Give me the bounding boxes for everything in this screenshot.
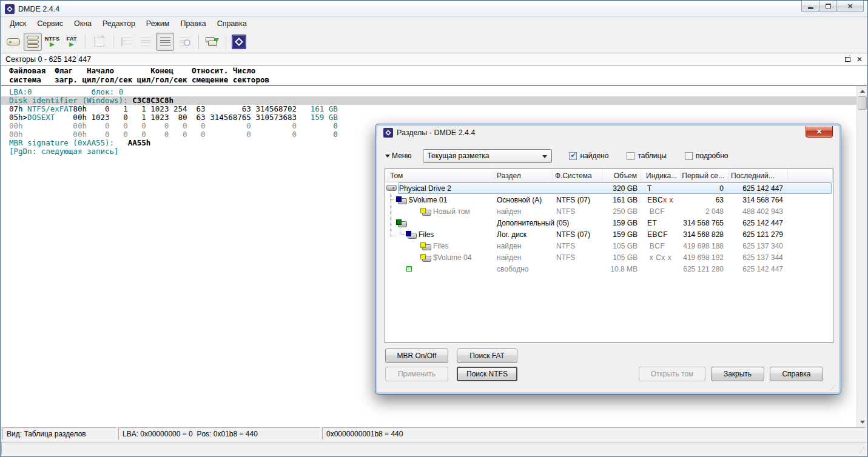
menu-mode[interactable]: Режим	[141, 18, 175, 29]
menu-disk[interactable]: Диск	[4, 18, 32, 29]
mbr-onoff-button[interactable]: MBR On/Off	[385, 349, 448, 363]
menu-windows[interactable]: Окна	[69, 18, 97, 29]
mdi-maximize-icon[interactable]	[845, 57, 850, 62]
arrow-down-icon	[860, 421, 865, 424]
partition-row[interactable]: Дополнительный(05)159 GBET314 568 765625…	[385, 217, 833, 228]
menu-service[interactable]: Сервис	[32, 18, 69, 29]
scroll-down-button[interactable]	[857, 417, 867, 427]
mdi-controls: ✕	[845, 56, 863, 63]
dialog-checkbox[interactable]: подробно	[685, 152, 728, 160]
column-first-sector[interactable]: Первый се...	[681, 169, 728, 182]
resize-grip[interactable]: ⋰	[859, 447, 865, 453]
close-button[interactable]: ✕	[836, 1, 864, 12]
about-dmde-button[interactable]	[230, 33, 248, 51]
window-title: DMDE 2.4.4	[18, 5, 59, 13]
mdi-close-icon[interactable]: ✕	[856, 56, 863, 63]
hex-text-segment: 0	[297, 130, 338, 139]
column-partition[interactable]: Раздел	[494, 169, 553, 182]
menu-help[interactable]: Справка	[212, 18, 252, 29]
scrollbar-thumb[interactable]	[858, 96, 867, 110]
partitions-dialog: Разделы - DMDE 2.4.4 ✕ Меню Текущая разм…	[375, 124, 841, 395]
checkbox-icon	[685, 152, 693, 160]
search-fat-button[interactable]: Поиск FAT	[457, 349, 517, 363]
menu-editor[interactable]: Редактор	[97, 18, 141, 29]
partition-row[interactable]: FilesнайденNTFS105 GB BCF419 698 188625 …	[385, 240, 833, 252]
scroll-up-button[interactable]	[857, 86, 867, 96]
table-view-button[interactable]	[156, 33, 174, 51]
apply-button: Применить	[385, 367, 448, 381]
disk-stack-icon	[27, 36, 39, 48]
indicators-cell: BCF	[641, 205, 681, 217]
hex-text-segment: NTFS/exFAT	[27, 104, 73, 113]
main-window: DMDE 2.4.4 ✕ Диск Сервис Окна Редактор Р…	[0, 0, 868, 457]
hex-text-segment: блок: 0	[91, 87, 123, 96]
search-ntfs-button[interactable]: NTFS ▶	[43, 33, 61, 51]
magnifier-icon	[180, 38, 190, 46]
column-filesystem[interactable]: Ф.Система	[553, 169, 602, 182]
free-icon	[406, 266, 412, 272]
minimize-button[interactable]	[801, 1, 819, 12]
close-dialog-button[interactable]: Закрыть	[711, 367, 764, 381]
close-icon: ✕	[816, 128, 822, 136]
layout-select[interactable]: Текущая разметка	[423, 149, 552, 163]
partition-row[interactable]: свободно10.8 MB625 121 280625 142 447	[385, 263, 833, 275]
first-sector-cell: 314 568 765	[681, 217, 728, 228]
search-ntfs-button[interactable]: Поиск NTFS	[457, 367, 517, 381]
column-last-sector[interactable]: Последний...	[728, 169, 788, 182]
dialog-menu-button[interactable]: Меню	[385, 152, 411, 160]
size-cell: 159 GB	[602, 228, 641, 240]
size-cell: 161 GB	[602, 194, 641, 205]
dialog-resize-grip[interactable]: ⋰	[830, 384, 836, 391]
hex-text-segment: 00h 1023 0 1 1023 80 63 314568765 310573…	[55, 113, 297, 122]
volume-cell	[385, 217, 494, 228]
hex-text-segment: 80h 0 1 1 1023 254 63 63 314568702	[73, 104, 297, 113]
vertical-scrollbar[interactable]	[856, 86, 867, 427]
dialog-checkbox[interactable]: найдено	[569, 152, 608, 160]
partitions-button[interactable]	[24, 33, 42, 51]
dialog-checkbox[interactable]: таблицы	[627, 152, 667, 160]
bottom-bar: ⋰	[1, 442, 867, 455]
hex-line[interactable]: 07h NTFS/exFAT80h 0 1 1 1023 254 63 63 3…	[9, 105, 867, 113]
cascade-windows-button[interactable]	[203, 33, 221, 51]
column-volume[interactable]: Том	[385, 169, 494, 182]
first-sector-cell: 419 698 188	[681, 240, 728, 252]
indicators-cell: BCF	[641, 240, 681, 252]
partition-cell: найден	[494, 205, 553, 217]
column-indicators[interactable]: Индика...	[641, 169, 681, 182]
indicator-text: ET	[647, 219, 657, 227]
partition-row[interactable]: $Volume 01Основной (A)NTFS (07)161 GBEBC…	[385, 194, 833, 205]
dialog-close-button[interactable]: ✕	[806, 126, 833, 138]
indicators-cell	[641, 263, 681, 275]
hex-text-segment: [PgDn: следующая запись]	[9, 147, 119, 156]
size-cell: 159 GB	[602, 217, 641, 228]
toolbar-separator	[198, 35, 199, 49]
tree-view-button-disabled	[117, 33, 135, 51]
size-cell: 105 GB	[602, 252, 641, 263]
play-icon: ▶	[50, 42, 55, 47]
partition-row[interactable]: Новый томнайденNTFS250 GB BCF2 048488 40…	[385, 205, 833, 217]
status-view-panel: Вид: Таблица разделов	[2, 427, 116, 440]
indicator-text: BCF	[647, 242, 665, 250]
partition-row[interactable]: FilesЛог. дискNTFS (07)159 GBEBCF314 568…	[385, 228, 833, 240]
partition-row[interactable]: $Volume 04найденNTFS105 GB x Cx x419 698…	[385, 252, 833, 263]
help-button[interactable]: Справка	[770, 367, 823, 381]
partition-cell: Основной (A)	[494, 194, 553, 205]
hex-line[interactable]: 05h>DOSEXT 00h 1023 0 1 1023 80 63 31456…	[9, 113, 867, 122]
last-sector-cell: 488 402 943	[728, 205, 788, 217]
column-size[interactable]: Объем	[602, 169, 641, 182]
open-disk-button[interactable]	[4, 33, 22, 51]
volume-cell: $Volume 01	[385, 194, 494, 205]
partition-row[interactable]: Physical Drive 2320 GBT0625 142 447	[385, 182, 833, 194]
maximize-button[interactable]	[819, 1, 837, 12]
hex-line-selected[interactable]: Disk identifier (Windows): C3C8C3C8h	[1, 96, 867, 105]
hex-line[interactable]: LBA:0 блок: 0	[9, 88, 867, 96]
hex-text-segment: 161 GB	[297, 104, 338, 113]
hex-header-line1: Файловая Флаг Начало Конец Относит. Числ…	[9, 66, 867, 75]
indicators-cell: ET	[641, 217, 681, 228]
menu-edit[interactable]: Правка	[175, 18, 211, 29]
p-yellow-icon	[420, 254, 431, 261]
hex-text-segment: 00h 00h 0 0 0 0 0 0 0 0	[9, 130, 297, 139]
search-fat-button[interactable]: FAT ▶	[62, 33, 81, 51]
partition-cell: найден	[494, 252, 553, 263]
toolbar-separator	[226, 35, 226, 49]
